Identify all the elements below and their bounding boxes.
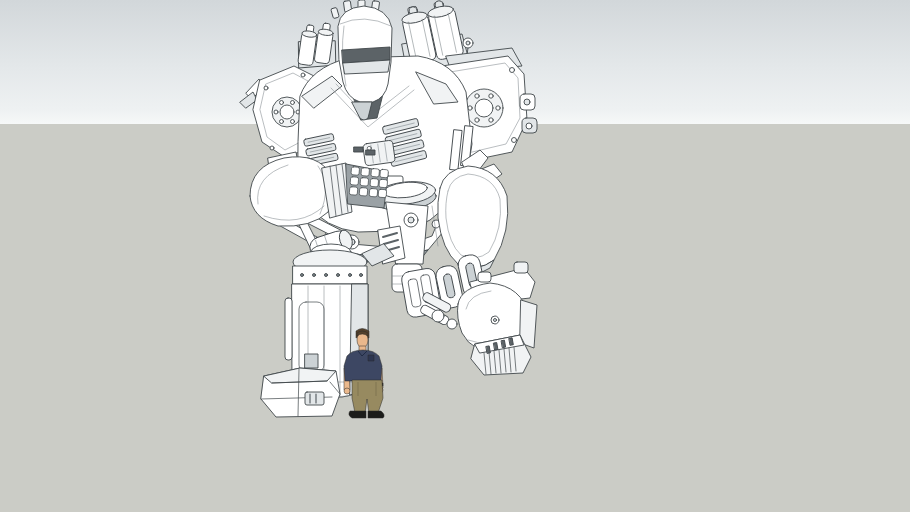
scene-canvas[interactable] <box>0 0 910 512</box>
gripper-fingers <box>346 164 388 208</box>
person-pocket <box>368 355 374 361</box>
foot-left <box>261 368 340 417</box>
forearm-egg <box>250 157 335 226</box>
person-shoe-left <box>349 411 366 418</box>
3d-viewport[interactable] <box>0 0 910 512</box>
person-shoe-right <box>368 411 384 418</box>
